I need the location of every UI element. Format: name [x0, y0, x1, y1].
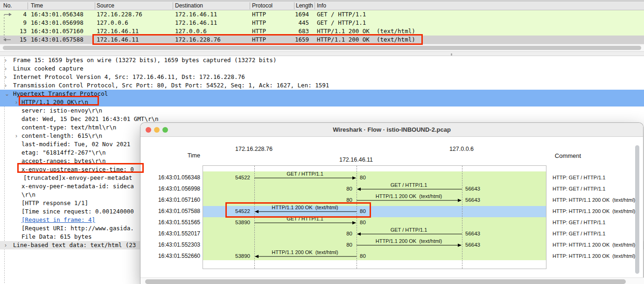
packet-cell-info: GET / HTTP/1.1 [317, 19, 366, 27]
flow-row-comment[interactable]: HTTP: HTTP/1.1 200 OK (text/html) [553, 196, 635, 204]
flow-hscrollbar-thumb[interactable] [145, 279, 626, 284]
detail-row-text: etag: "61814ff2-267"\r\n [21, 149, 106, 157]
detail-row-text: content-length: 615\r\n [21, 132, 102, 140]
chevron-right-icon[interactable]: › [15, 98, 17, 106]
detail-row-text: \r\n [21, 191, 35, 199]
flow-port-label: 80 [360, 253, 366, 259]
flow-row-comment[interactable]: HTTP: GET / HTTP/1.1 [553, 174, 605, 181]
packet-list-hscrollbar-thumb[interactable] [3, 46, 641, 50]
chevron-down-icon[interactable]: ⌄ [5, 90, 9, 98]
flow-arrow-label: HTTP/1.1 200 OK (text/html) [376, 193, 442, 199]
chevron-right-icon[interactable]: › [5, 64, 7, 73]
flow-arrow-label: GET / HTTP/1.1 [287, 171, 323, 177]
flow-port-label: 80 [328, 185, 352, 192]
flow-arrow-label: GET / HTTP/1.1 [391, 227, 427, 233]
detail-row-text: [Request in frame: 4] [21, 216, 95, 224]
column-header-info[interactable]: Info [317, 2, 326, 10]
flow-port-label: 53890 [226, 253, 250, 259]
column-separator [95, 2, 95, 9]
detail-row-text: Linux cooked capture [13, 64, 84, 73]
flow-row-time[interactable]: 16:43:01.057160 [149, 196, 200, 204]
detail-row-text: Internet Protocol Version 4, Src: 172.16… [13, 73, 245, 81]
column-separator [173, 2, 173, 9]
chevron-right-icon[interactable]: › [5, 56, 7, 64]
column-separator [294, 2, 294, 9]
flow-row-comment[interactable]: HTTP: HTTP/1.1 200 OK (text/html) [553, 252, 635, 260]
flow-port-label: 56643 [465, 241, 480, 248]
column-separator [28, 2, 28, 9]
flow-port-label: 54522 [226, 174, 250, 181]
detail-row[interactable]: ›Transmission Control Protocol, Src Port… [0, 81, 644, 90]
detail-row-text: File Data: 615 bytes [21, 233, 92, 241]
detail-row[interactable]: ›Linux cooked capture [0, 64, 644, 73]
flow-row-comment[interactable]: HTTP: HTTP/1.1 200 OK (text/html) [553, 207, 635, 215]
flow-port-label: 56643 [465, 230, 480, 237]
packet-cell-time: 16:43:01.056998 [31, 19, 84, 27]
column-header-protocol[interactable]: Protocol [252, 2, 273, 10]
packet-cell-src: 172.16.228.76 [97, 10, 142, 19]
detail-row[interactable]: ›Internet Protocol Version 4, Src: 172.1… [0, 73, 644, 81]
flow-row-comment[interactable]: HTTP: GET / HTTP/1.1 [553, 230, 605, 237]
flow-row-time[interactable]: 16:43:01.552660 [149, 252, 200, 260]
flow-time-column-label: Time [158, 152, 200, 159]
flow-arrow-label: GET / HTTP/1.1 [391, 182, 427, 188]
chevron-right-icon[interactable]: › [5, 241, 7, 249]
flow-host-172-16-228-76: 172.16.228.76 [217, 146, 291, 152]
detail-row-text: Transmission Control Protocol, Src Port:… [13, 81, 329, 90]
flow-port-label: 53890 [226, 219, 250, 226]
flow-hscrollbar [140, 277, 644, 284]
detail-row-text: last-modified: Tue, 02 Nov 2021 [21, 140, 130, 149]
flow-row-time[interactable]: 16:43:01.057588 [149, 207, 200, 215]
flow-arrow-label: HTTP/1.1 200 OK (text/html) [376, 238, 442, 244]
column-header-time[interactable]: Time [31, 2, 43, 10]
detail-row-text: [Time since request: 0.001240000 [21, 207, 134, 216]
flow-row-time[interactable]: 16:43:01.551565 [149, 219, 200, 226]
wireshark-main-window: No. Time Source Destination Protocol Len… [0, 0, 644, 284]
flow-host-127-0-0-6: 127.0.0.6 [424, 146, 499, 152]
packet-list-header: No. Time Source Destination Protocol Len… [0, 1, 644, 10]
packet-row[interactable]: 916:43:01.056998127.0.0.6172.16.46.11HTT… [0, 19, 644, 27]
flow-vscrollbar-thumb[interactable] [635, 145, 639, 274]
flow-dialog-window: Wireshark · Flow · istio-INBOUND-2.pcap … [140, 122, 644, 284]
chevron-right-icon[interactable]: › [5, 73, 7, 81]
column-header-source[interactable]: Source [97, 2, 114, 10]
annotation-box-packet-row [92, 34, 423, 45]
column-header-destination[interactable]: Destination [175, 2, 203, 10]
pane-splitter[interactable] [0, 51, 644, 56]
column-header-length[interactable]: Length [296, 2, 314, 10]
flow-row-comment[interactable]: HTTP: GET / HTTP/1.1 [553, 185, 605, 192]
packet-list-hscrollbar [0, 44, 644, 51]
pane-splitter-handle [451, 53, 452, 56]
flow-port-label: 80 [328, 230, 352, 237]
packet-cell-time: 16:43:01.056348 [31, 10, 84, 19]
flow-row-time[interactable]: 16:43:01.552017 [149, 230, 200, 237]
flow-arrow-label: HTTP/1.1 200 OK (text/html) [272, 249, 338, 256]
packet-cell-proto: HTTP [252, 19, 266, 27]
flow-row-comment[interactable]: HTTP: GET / HTTP/1.1 [553, 219, 605, 226]
flow-dialog-title: Wireshark · Flow · istio-INBOUND-2.pcap [140, 126, 643, 133]
column-header-no[interactable]: No. [3, 2, 12, 10]
detail-row[interactable]: server: istio-envoy\r\n [0, 106, 644, 115]
flow-row-comment[interactable]: HTTP: HTTP/1.1 200 OK (text/html) [553, 241, 635, 248]
detail-row-text: x-envoy-peer-metadata-id: sideca [21, 182, 134, 191]
related-packets-indicator [0, 10, 12, 44]
flow-row-time[interactable]: 16:43:01.056998 [149, 185, 200, 192]
detail-row-text: [truncated]x-envoy-peer-metadat [23, 174, 132, 182]
flow-port-label: 80 [360, 174, 366, 181]
annotation-box-envoy-header [17, 163, 144, 173]
packet-cell-src: 127.0.0.6 [97, 19, 128, 27]
chevron-right-icon[interactable]: › [5, 81, 7, 90]
packet-cell-len: 1694 [280, 10, 309, 19]
detail-row-text: content-type: text/html\r\n [21, 123, 116, 132]
packet-cell-proto: HTTP [252, 10, 266, 19]
detail-row-text: [HTTP response 1/1] [21, 199, 88, 207]
flow-dialog-titlebar[interactable]: Wireshark · Flow · istio-INBOUND-2.pcap [140, 123, 643, 137]
flow-row-time[interactable]: 16:43:01.552303 [149, 241, 200, 248]
flow-port-label: 56643 [465, 185, 480, 192]
packet-row[interactable]: 416:43:01.056348172.16.228.76172.16.46.1… [0, 10, 644, 19]
chevron-right-icon[interactable]: › [15, 132, 17, 140]
annotation-box-http-status [19, 96, 99, 106]
flow-row-time[interactable]: 16:43:01.056348 [149, 174, 200, 181]
detail-row[interactable]: ›Frame 15: 1659 bytes on wire (13272 bit… [0, 56, 644, 64]
annotation-box-flow-arrow [225, 202, 371, 218]
